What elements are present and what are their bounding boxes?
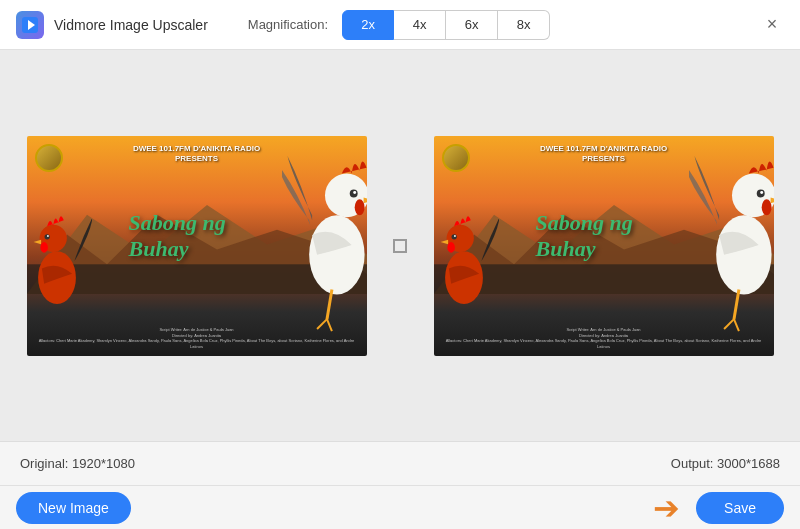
rooster-right-icon bbox=[282, 136, 367, 334]
svg-point-15 bbox=[44, 234, 49, 239]
output-rooster-left-icon bbox=[434, 202, 499, 323]
rooster-left-icon bbox=[27, 202, 92, 323]
mag-btn-4x[interactable]: 4x bbox=[394, 10, 446, 40]
magnification-label: Magnification: bbox=[248, 17, 328, 32]
original-dimensions: Original: 1920*1080 bbox=[20, 456, 135, 471]
svg-point-16 bbox=[47, 235, 49, 237]
divider-square-icon bbox=[393, 239, 407, 253]
original-poster: DWEE 101.7FM D'ANIKITA RADIO PRESENTS bbox=[27, 136, 367, 356]
svg-point-5 bbox=[309, 215, 364, 294]
app-icon bbox=[16, 11, 44, 39]
svg-point-21 bbox=[716, 215, 771, 294]
title-bar: Vidmore Image Upscaler Magnification: 2x… bbox=[0, 0, 800, 50]
svg-line-26 bbox=[733, 289, 738, 319]
magnification-buttons: 2x 4x 6x 8x bbox=[342, 10, 550, 40]
poster-title-line2: Buhay bbox=[129, 236, 226, 261]
arrow-right-icon: ➔ bbox=[653, 492, 680, 524]
app-title: Vidmore Image Upscaler bbox=[54, 17, 208, 33]
output-image-wrapper: DWEE 101.7FM D'ANIKITA RADIO PRESENTS bbox=[434, 136, 774, 356]
save-button[interactable]: Save bbox=[696, 492, 784, 524]
poster-title: Sabong ng Buhay bbox=[129, 210, 226, 261]
output-poster-title-line1: Sabong ng bbox=[536, 210, 633, 235]
new-image-button[interactable]: New Image bbox=[16, 492, 131, 524]
poster-title-line1: Sabong ng bbox=[129, 210, 226, 235]
right-actions: ➔ Save bbox=[653, 492, 784, 524]
mag-btn-8x[interactable]: 8x bbox=[498, 10, 550, 40]
svg-point-8 bbox=[353, 190, 356, 193]
original-image-wrapper: DWEE 101.7FM D'ANIKITA RADIO PRESENTS bbox=[27, 136, 367, 356]
original-image-panel: DWEE 101.7FM D'ANIKITA RADIO PRESENTS bbox=[20, 70, 373, 421]
info-bar: Original: 1920*1080 Output: 3000*1688 bbox=[0, 441, 800, 485]
svg-point-17 bbox=[40, 242, 48, 253]
output-dimensions: Output: 3000*1688 bbox=[671, 456, 780, 471]
main-content: DWEE 101.7FM D'ANIKITA RADIO PRESENTS bbox=[0, 50, 800, 441]
output-poster-title: Sabong ng Buhay bbox=[536, 210, 633, 261]
output-image-panel: DWEE 101.7FM D'ANIKITA RADIO PRESENTS bbox=[427, 70, 780, 421]
action-bar: New Image ➔ Save bbox=[0, 485, 800, 529]
svg-point-31 bbox=[451, 234, 456, 239]
svg-point-32 bbox=[454, 235, 456, 237]
output-rooster-right-icon bbox=[689, 136, 774, 334]
close-button[interactable]: × bbox=[760, 13, 784, 37]
svg-line-10 bbox=[326, 289, 331, 319]
mag-btn-2x[interactable]: 2x bbox=[342, 10, 394, 40]
output-poster: DWEE 101.7FM D'ANIKITA RADIO PRESENTS bbox=[434, 136, 774, 356]
svg-point-33 bbox=[447, 242, 455, 253]
poster-credits: Script Writer: Arn de Justice & Paula Ju… bbox=[27, 327, 367, 349]
svg-point-24 bbox=[760, 190, 763, 193]
output-poster-credits: Script Writer: Arn de Justice & Paula Ju… bbox=[434, 327, 774, 349]
svg-point-25 bbox=[761, 199, 771, 215]
mag-btn-6x[interactable]: 6x bbox=[446, 10, 498, 40]
divider-area bbox=[393, 239, 407, 253]
svg-point-9 bbox=[354, 199, 364, 215]
output-poster-title-line2: Buhay bbox=[536, 236, 633, 261]
